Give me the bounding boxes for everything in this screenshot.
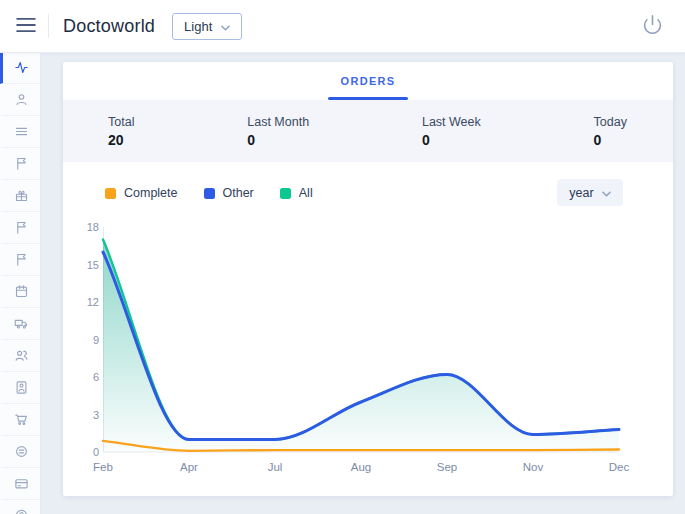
activity-icon <box>14 60 29 75</box>
sidebar-item-credit-card[interactable] <box>0 468 40 500</box>
calendar-icon <box>14 284 29 299</box>
cart-icon <box>14 412 29 427</box>
chart-legend: CompleteOtherAll <box>105 186 313 200</box>
tab-active-underline <box>328 97 408 100</box>
sidebar-item-activity[interactable] <box>0 52 40 84</box>
legend-swatch-icon <box>204 188 215 199</box>
stat-value: 0 <box>594 132 627 148</box>
user-badge-icon <box>14 380 29 395</box>
chevron-down-icon <box>602 186 611 200</box>
sidebar-item-flag[interactable] <box>0 148 40 180</box>
legend-swatch-icon <box>105 188 116 199</box>
topbar-divider <box>48 14 49 38</box>
legend-swatch-icon <box>280 188 291 199</box>
sidebar-item-flag-2[interactable] <box>0 212 40 244</box>
hamburger-icon <box>16 17 36 36</box>
x-axis-tick-label: Nov <box>503 461 563 473</box>
logout-power-button[interactable] <box>640 14 664 38</box>
flag-icon <box>14 252 29 267</box>
user-icon <box>14 92 29 107</box>
stat-value: 20 <box>108 132 134 148</box>
legend-label: Other <box>223 186 254 200</box>
stat-label: Last Week <box>422 115 481 129</box>
legend-item-other[interactable]: Other <box>204 186 254 200</box>
power-icon <box>642 14 663 38</box>
sidebar-item-user-badge[interactable] <box>0 372 40 404</box>
y-axis-tick-label: 15 <box>63 258 99 272</box>
tab-orders-label: ORDERS <box>341 75 396 87</box>
x-axis-tick-label: Apr <box>159 461 219 473</box>
sidebar-item-list[interactable] <box>0 116 40 148</box>
chevron-down-icon <box>221 19 230 34</box>
sidebar-item-truck[interactable] <box>0 308 40 340</box>
main-content: ORDERS Total20Last Month0Last Week0Today… <box>40 52 685 514</box>
sidebar-item-flag-3[interactable] <box>0 244 40 276</box>
range-select-value: year <box>569 186 593 200</box>
tab-bar: ORDERS <box>63 62 673 100</box>
gift-icon <box>14 188 29 203</box>
stats-row: Total20Last Month0Last Week0Today0 <box>63 100 673 162</box>
x-axis-tick-label: Sep <box>417 461 477 473</box>
tab-orders[interactable]: ORDERS <box>341 62 396 100</box>
y-axis-tick-label: 18 <box>63 220 99 234</box>
stat-total: Total20 <box>108 115 134 148</box>
orders-chart <box>103 222 619 457</box>
legend-item-all[interactable]: All <box>280 186 313 200</box>
y-axis-tick-label: 9 <box>63 333 99 347</box>
stat-label: Last Month <box>247 115 309 129</box>
y-axis-tick-label: 12 <box>63 295 99 309</box>
sidebar-item-calendar[interactable] <box>0 276 40 308</box>
stat-value: 0 <box>247 132 309 148</box>
range-select-button[interactable]: year <box>557 179 623 206</box>
sidebar-item-user[interactable] <box>0 84 40 116</box>
stat-last-week: Last Week0 <box>422 115 481 148</box>
topbar: Doctoworld Light <box>0 0 685 53</box>
hamburger-menu-button[interactable] <box>13 13 39 39</box>
legend-label: All <box>299 186 313 200</box>
flag-icon <box>14 220 29 235</box>
stat-label: Total <box>108 115 134 129</box>
sidebar <box>0 52 41 514</box>
help-icon <box>14 508 29 514</box>
sidebar-item-coin[interactable] <box>0 436 40 468</box>
coin-icon <box>14 444 29 459</box>
flag-icon <box>14 156 29 171</box>
stat-today: Today0 <box>594 115 627 148</box>
users-icon <box>14 348 29 363</box>
stat-value: 0 <box>422 132 481 148</box>
legend-label: Complete <box>124 186 178 200</box>
x-axis-tick-label: Aug <box>331 461 391 473</box>
x-axis-tick-label: Feb <box>73 461 133 473</box>
theme-select-button[interactable]: Light <box>172 13 242 40</box>
chart-section: CompleteOtherAll year 0369121518FebAprJu… <box>63 162 673 496</box>
sidebar-item-help[interactable] <box>0 500 40 514</box>
stat-last-month: Last Month0 <box>247 115 309 148</box>
app-title: Doctoworld <box>63 16 155 37</box>
app-root: Doctoworld Light ORDERS <box>0 0 685 514</box>
x-axis-tick-label: Dec <box>589 461 649 473</box>
sidebar-item-users[interactable] <box>0 340 40 372</box>
theme-select-value: Light <box>184 19 212 34</box>
orders-card: ORDERS Total20Last Month0Last Week0Today… <box>63 62 673 496</box>
stat-label: Today <box>594 115 627 129</box>
x-axis-tick-label: Jul <box>245 461 305 473</box>
sidebar-item-gift[interactable] <box>0 180 40 212</box>
sidebar-item-cart[interactable] <box>0 404 40 436</box>
legend-item-complete[interactable]: Complete <box>105 186 178 200</box>
y-axis-tick-label: 6 <box>63 370 99 384</box>
truck-icon <box>14 316 29 331</box>
y-axis-tick-label: 3 <box>63 408 99 422</box>
credit-card-icon <box>14 476 29 491</box>
y-axis-tick-label: 0 <box>63 445 99 459</box>
list-icon <box>14 124 29 139</box>
